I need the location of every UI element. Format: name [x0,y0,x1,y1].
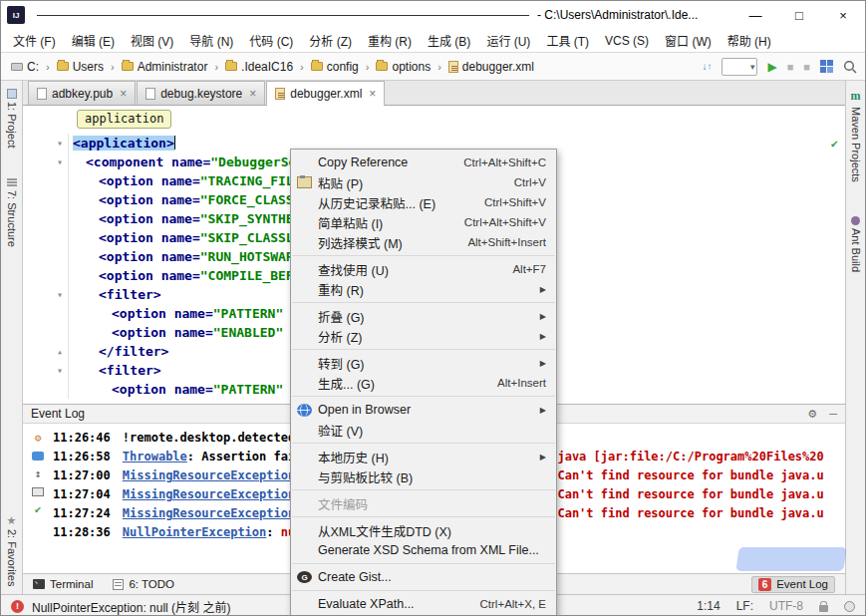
context-menu-item[interactable]: 列选择模式 (M)Alt+Shift+Insert [291,232,556,252]
tab-close-icon[interactable]: × [120,87,127,101]
notification-icon[interactable] [32,452,44,461]
fold-marker[interactable]: ▾ [23,285,69,304]
menubar-item[interactable]: 视图 (V) [123,29,181,52]
code-text[interactable]: <option name="PATTERN" valu [69,380,322,399]
code-text[interactable]: <component name="DebuggerSetti [69,153,320,171]
editor-tab[interactable]: debug.keystore× [137,81,265,105]
code-text[interactable]: <option name="FORCE_CLASSIC_ [69,190,317,209]
error-balloon-icon[interactable]: ! [11,600,24,613]
menubar-item[interactable]: 工具 (T) [538,29,597,52]
tool-button-todo[interactable]: 6: TODO [113,578,174,590]
menubar-item[interactable]: 窗口 (W) [657,29,720,52]
settings-icon[interactable]: ⚙ [35,433,42,444]
context-menu-item[interactable]: 查找使用 (U)Alt+F7 [291,259,556,279]
code-text[interactable]: <application> [69,134,175,153]
exception-link[interactable]: NullPointerException [123,525,267,539]
run-button[interactable]: ▶ [767,60,776,74]
table-view-icon[interactable] [820,60,833,73]
code-text[interactable]: <option name="SKIP_SYNTHETIC [69,209,317,228]
editor-tab[interactable]: adbkey.pub× [28,81,136,105]
context-menu-item[interactable]: Generate XSD Schema from XML File... [291,540,556,560]
menubar-item[interactable]: 分析 (Z) [301,29,360,52]
menubar-item[interactable]: 生成 (B) [420,29,478,52]
fold-marker[interactable]: ▾ [23,361,69,380]
breadcrumb-item[interactable]: config [309,59,361,75]
menubar-item[interactable]: 重构 (R) [360,29,420,52]
code-text[interactable]: <option name="SKIP_CLASSLOAD [69,228,317,247]
context-menu-item[interactable]: Copy ReferenceCtrl+Alt+Shift+C [291,153,556,172]
breadcrumb-item[interactable]: Users [55,59,106,75]
code-text[interactable]: <option name="COMPILE_BEFORE [69,266,317,285]
menubar-item[interactable]: 帮助 (H) [720,29,779,52]
gear-icon[interactable]: ⚙ [807,408,817,421]
status-message[interactable]: NullPointerException: null (片刻 之前) [32,598,230,615]
sort-icon[interactable]: ↓↑ [702,62,712,72]
fold-marker[interactable]: ▴ [23,342,69,361]
search-icon[interactable] [843,60,857,74]
tab-close-icon[interactable]: × [249,87,256,101]
menubar-item[interactable]: 运行 (U) [478,29,538,52]
fold-marker[interactable]: ▾ [23,134,69,153]
context-menu-item[interactable]: Evaluate XPath...Ctrl+Alt+X, E [291,594,556,614]
close-button[interactable]: × [821,1,865,29]
editor-tab[interactable]: debugger.xml× [266,81,385,106]
scroll-icon[interactable]: ↕ [35,468,42,479]
code-text[interactable]: <option name="ENABLED" valu [69,323,322,342]
code-text[interactable]: <filter> [69,361,161,380]
context-menu-item[interactable]: 折叠 (G)▶ [291,306,556,326]
menubar-item[interactable]: 代码 (C) [241,29,301,52]
context-menu-item[interactable]: 从XML文件生成DTD (X) [291,520,556,540]
inspection-ok-icon[interactable]: ✔ [831,138,838,150]
context-menu-item[interactable]: 与剪贴板比较 (B) [291,466,556,486]
context-menu-item[interactable]: 从历史记录粘贴... (E)Ctrl+Shift+V [291,192,556,212]
mark-read-icon[interactable]: ✔ [35,504,42,515]
run-configuration-combo[interactable]: ▾ [722,58,757,76]
maximize-button[interactable]: □ [777,1,821,29]
line-separator-indicator[interactable]: LF: [736,599,753,613]
coverage-button[interactable]: ■ [803,61,810,73]
code-text[interactable]: <option name="PATTERN" valu [69,304,322,323]
menubar-item[interactable]: 导航 (N) [181,29,241,52]
fold-marker[interactable]: ▾ [23,153,69,171]
tool-button-event-log[interactable]: 6 Event Log [751,576,835,593]
exception-link[interactable]: MissingResourceException [123,468,295,482]
breadcrumb-item[interactable]: debugger.xml [446,59,536,75]
exception-link[interactable]: Throwable [123,450,187,463]
tool-button-ant[interactable]: Ant Build [850,216,862,272]
breadcrumb-item[interactable]: .IdeaIC16 [223,59,295,75]
context-menu-item[interactable]: 验证 (V) [291,420,556,440]
inspector-icon[interactable] [844,601,855,612]
menubar-item[interactable]: 编辑 (E) [64,29,123,52]
code-text[interactable]: <filter> [69,285,161,304]
breadcrumb-item[interactable]: Administrator [120,59,210,75]
code-text[interactable]: </filter> [69,342,168,361]
breadcrumb-item[interactable]: options [374,59,433,75]
context-menu-item[interactable]: 简单粘贴 (I)Ctrl+Alt+Shift+V [291,212,556,232]
tool-button-favorites[interactable]: ★ 2: Favorites [6,515,18,586]
tab-close-icon[interactable]: × [369,87,376,101]
tool-button-project[interactable]: 1: Project [6,89,18,148]
caret-position[interactable]: 1:14 [697,599,720,613]
tool-button-structure[interactable]: 7: Structure [6,177,18,247]
context-menu-item[interactable]: 本地历史 (H)▶ [291,447,556,466]
exception-link[interactable]: MissingResourceException [123,487,295,501]
context-menu-item[interactable]: 重构 (R)▶ [291,279,556,299]
tool-button-terminal[interactable]: Terminal [33,578,93,590]
context-menu-item[interactable]: 分析 (Z)▶ [291,326,556,346]
lock-icon[interactable] [819,605,828,612]
encoding-indicator[interactable]: UTF-8 [769,599,803,613]
context-menu-item[interactable]: Open in Browser▶ [291,400,556,420]
breadcrumb-item[interactable]: C: [9,59,41,75]
debug-button[interactable]: ■ [787,61,794,73]
context-menu-item[interactable]: 粘贴 (P)Ctrl+V [291,172,556,192]
hide-panel-icon[interactable]: ─ [829,408,837,420]
context-menu-item[interactable]: 转到 (G)▶ [291,353,556,373]
menubar-item[interactable]: 文件 (F) [5,29,64,52]
code-text[interactable]: <option name="RUN_HOTSWAP_AF [69,247,317,266]
tool-button-maven[interactable]: m Maven Projects [850,89,862,182]
context-menu-item[interactable]: 生成... (G)Alt+Insert [291,373,556,393]
monitor-icon[interactable] [32,487,44,496]
context-menu-item[interactable]: Create Gist... [291,567,556,587]
code-text[interactable]: <option name="TRACING_FILTER [69,171,317,190]
minimize-button[interactable]: — [733,1,777,29]
